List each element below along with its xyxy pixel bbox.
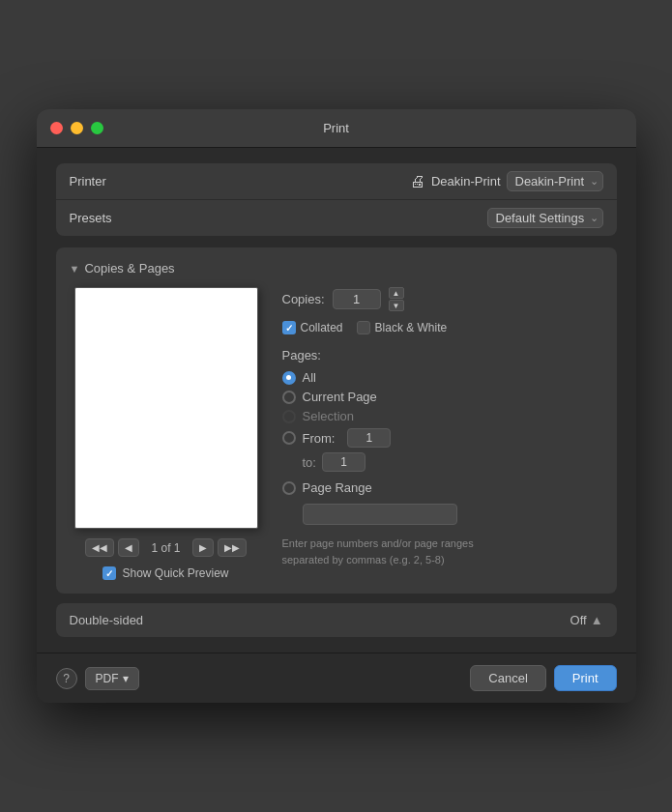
first-page-button[interactable]: ◀◀	[85, 538, 114, 557]
from-input[interactable]	[347, 428, 391, 448]
double-sided-off: Off	[570, 613, 587, 627]
collated-label: Collated	[301, 321, 343, 334]
radio-current-label: Current Page	[303, 390, 377, 404]
black-white-label: Black & White	[375, 321, 448, 334]
to-input[interactable]	[322, 452, 365, 472]
to-label: to:	[303, 455, 316, 470]
presets-row: Presets Default Settings	[56, 200, 617, 236]
window-title: Print	[323, 121, 349, 135]
main-content: ◀◀ ◀ 1 of 1 ▶ ▶▶ Show Quick Preview	[70, 287, 603, 580]
copies-label: Copies:	[282, 292, 325, 306]
printer-select[interactable]: Deakin-Print	[507, 171, 603, 191]
radio-selection-item: Selection	[282, 409, 603, 423]
nav-controls: ◀◀ ◀ 1 of 1 ▶ ▶▶	[85, 538, 246, 557]
help-button[interactable]: ?	[56, 668, 77, 689]
presets-value: Default Settings	[487, 208, 603, 228]
print-button[interactable]: Print	[554, 665, 617, 691]
last-page-button[interactable]: ▶▶	[218, 538, 247, 557]
options-area: Copies: ▲ ▼ Collated	[282, 287, 603, 580]
to-row: to:	[303, 452, 603, 472]
printer-name: Deakin-Print	[431, 174, 501, 188]
black-white-item: Black & White	[357, 321, 448, 334]
radio-from[interactable]	[282, 431, 296, 445]
presets-select[interactable]: Default Settings	[487, 208, 603, 228]
titlebar: Print	[37, 109, 636, 148]
show-quick-preview-label: Show Quick Preview	[122, 566, 228, 580]
printer-label: Printer	[70, 174, 106, 188]
radio-selection-label: Selection	[303, 409, 354, 423]
double-sided-row: Double-sided Off ▲	[56, 603, 617, 637]
printer-select-wrapper[interactable]: Deakin-Print	[507, 171, 603, 191]
black-white-checkbox[interactable]	[357, 321, 370, 334]
radio-page-range-label: Page Range	[303, 480, 372, 495]
copies-decrement-button[interactable]: ▼	[389, 300, 404, 311]
section-chevron-icon: ▼	[70, 263, 80, 275]
radio-selection[interactable]	[282, 410, 296, 423]
printer-row: Printer 🖨 Deakin-Print Deakin-Print	[56, 163, 617, 200]
presets-label: Presets	[70, 211, 112, 225]
next-page-button[interactable]: ▶	[192, 538, 214, 557]
radio-from-label: From:	[303, 431, 336, 446]
radio-current-item: Current Page	[282, 390, 603, 404]
pdf-arrow-icon: ▾	[123, 672, 129, 685]
window-body: Printer 🖨 Deakin-Print Deakin-Print Pres…	[37, 148, 636, 652]
radio-group: All Current Page Selection	[282, 370, 603, 567]
section-header: ▼ Copies & Pages	[70, 261, 603, 276]
page-range-input[interactable]	[303, 504, 457, 525]
preview-area: ◀◀ ◀ 1 of 1 ▶ ▶▶ Show Quick Preview	[70, 287, 263, 580]
bottom-bar: ? PDF ▾ Cancel Print	[37, 652, 636, 703]
radio-all[interactable]	[282, 371, 296, 385]
copies-row: Copies: ▲ ▼	[282, 287, 603, 311]
copies-pages-section: ▼ Copies & Pages ◀◀ ◀ 1 of 1 ▶ ▶▶	[56, 247, 617, 594]
minimize-button[interactable]	[71, 122, 83, 134]
maximize-button[interactable]	[91, 122, 103, 134]
radio-all-item: All	[282, 370, 603, 385]
double-sided-chevron-icon: ▲	[591, 613, 603, 627]
presets-select-wrapper[interactable]: Default Settings	[487, 208, 603, 228]
prev-page-button[interactable]: ◀	[118, 538, 139, 557]
page-preview	[74, 287, 258, 529]
page-counter: 1 of 1	[143, 541, 188, 555]
show-preview-row: Show Quick Preview	[102, 566, 228, 580]
pages-label: Pages:	[282, 348, 603, 362]
copies-pages-label: Copies & Pages	[84, 261, 174, 276]
printer-presets-section: Printer 🖨 Deakin-Print Deakin-Print Pres…	[56, 163, 617, 236]
radio-page-range[interactable]	[282, 481, 296, 495]
radio-all-label: All	[303, 370, 316, 385]
hint-text: Enter page numbers and/or page ranges se…	[282, 536, 485, 567]
pdf-label: PDF	[96, 672, 119, 685]
checkboxes-row: Collated Black & White	[282, 321, 603, 334]
copies-increment-button[interactable]: ▲	[389, 287, 404, 299]
collated-checkbox[interactable]	[282, 321, 296, 334]
bottom-right: Cancel Print	[470, 665, 616, 691]
print-window: Print Printer 🖨 Deakin-Print Deakin-Prin…	[37, 109, 636, 703]
copies-stepper: ▲ ▼	[389, 287, 404, 311]
double-sided-value: Off ▲	[570, 613, 603, 627]
close-button[interactable]	[50, 122, 63, 134]
double-sided-label: Double-sided	[70, 613, 144, 627]
traffic-lights	[50, 122, 103, 134]
cancel-button[interactable]: Cancel	[470, 665, 545, 691]
collated-item: Collated	[282, 321, 343, 334]
pdf-button[interactable]: PDF ▾	[85, 667, 139, 690]
radio-current[interactable]	[282, 391, 296, 404]
copies-input[interactable]	[333, 289, 381, 309]
double-sided-section: Double-sided Off ▲	[56, 603, 617, 637]
printer-icon: 🖨	[410, 173, 425, 190]
radio-page-range-item: Page Range	[282, 480, 603, 495]
bottom-left: ? PDF ▾	[56, 667, 139, 690]
show-quick-preview-checkbox[interactable]	[102, 566, 116, 580]
radio-from-item: From:	[282, 428, 603, 448]
printer-value: 🖨 Deakin-Print Deakin-Print	[410, 171, 603, 191]
